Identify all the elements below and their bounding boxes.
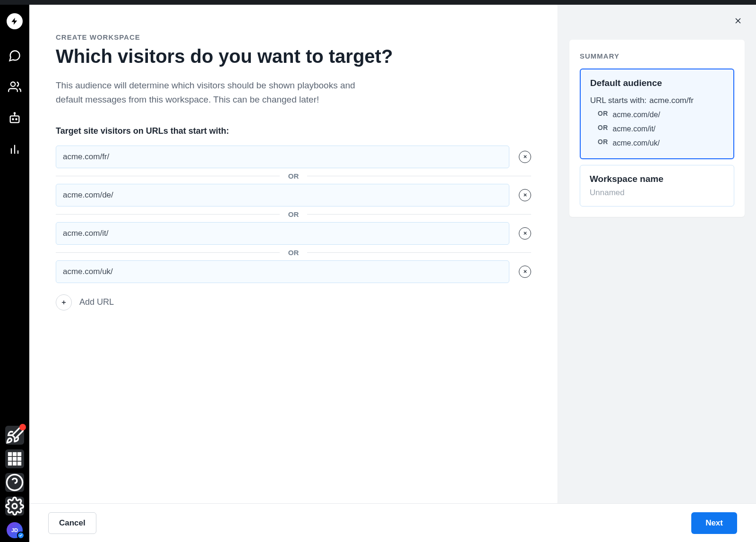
close-icon bbox=[523, 269, 528, 274]
svg-point-4 bbox=[14, 112, 15, 113]
summary-audience-box[interactable]: Default audience URL starts with: acme.c… bbox=[580, 69, 734, 159]
summary-audience-row: ORacme.com/uk/ bbox=[590, 136, 724, 150]
svg-point-0 bbox=[11, 82, 15, 86]
summary-workspace-value: Unnamed bbox=[590, 188, 724, 198]
url-row bbox=[56, 222, 531, 245]
notification-dot-icon bbox=[19, 424, 26, 430]
next-button[interactable]: Next bbox=[691, 512, 737, 534]
nav-reports[interactable] bbox=[8, 143, 21, 156]
close-icon bbox=[523, 231, 528, 236]
remove-url-button[interactable] bbox=[519, 227, 531, 240]
workarea: CREATE WORKSPACE Which visitors do you w… bbox=[29, 5, 756, 503]
bar-chart-icon bbox=[8, 143, 21, 156]
window-topbar bbox=[0, 0, 756, 5]
nav-playbooks[interactable] bbox=[8, 112, 21, 125]
svg-rect-13 bbox=[18, 457, 21, 461]
url-field-label: Target site visitors on URLs that start … bbox=[56, 126, 531, 136]
svg-rect-14 bbox=[9, 462, 12, 465]
summary-workspace-box[interactable]: Workspace name Unnamed bbox=[580, 165, 734, 206]
url-row bbox=[56, 184, 531, 206]
nav-help[interactable] bbox=[5, 473, 24, 492]
svg-point-19 bbox=[12, 504, 17, 508]
nav-conversations[interactable] bbox=[8, 49, 21, 62]
svg-rect-1 bbox=[10, 116, 19, 122]
svg-point-2 bbox=[12, 119, 13, 120]
svg-rect-8 bbox=[9, 453, 12, 456]
app-shell: JD CREATE WORKSPACE Which visitors do yo… bbox=[0, 5, 756, 542]
summary-audience-first: URL starts with: acme.com/fr bbox=[590, 93, 724, 108]
page-title: Which visitors do you want to target? bbox=[56, 46, 531, 67]
url-row bbox=[56, 146, 531, 168]
nav-apps[interactable] bbox=[5, 449, 24, 468]
content-area: CREATE WORKSPACE Which visitors do you w… bbox=[29, 5, 756, 542]
or-label: OR bbox=[288, 172, 299, 180]
remove-url-button[interactable] bbox=[519, 151, 531, 163]
summary-or-label: OR bbox=[598, 122, 608, 136]
svg-rect-11 bbox=[9, 457, 12, 461]
svg-rect-9 bbox=[13, 453, 17, 456]
url-input[interactable] bbox=[56, 222, 509, 245]
cancel-button[interactable]: Cancel bbox=[48, 512, 96, 534]
svg-point-3 bbox=[16, 119, 17, 120]
close-button[interactable] bbox=[731, 14, 745, 29]
nav-getting-started[interactable] bbox=[5, 426, 24, 445]
add-url-label: Add URL bbox=[79, 297, 114, 307]
gear-icon bbox=[5, 497, 24, 516]
footer: Cancel Next bbox=[29, 503, 756, 542]
or-separator: OR bbox=[56, 249, 531, 257]
svg-rect-10 bbox=[18, 453, 21, 456]
svg-rect-12 bbox=[13, 457, 17, 461]
close-icon bbox=[523, 154, 528, 159]
url-input[interactable] bbox=[56, 146, 509, 168]
add-url-button[interactable]: Add URL bbox=[56, 294, 531, 310]
status-check-icon bbox=[17, 532, 25, 539]
breadcrumb: CREATE WORKSPACE bbox=[56, 33, 531, 41]
right-panel: SUMMARY Default audience URL starts with… bbox=[558, 5, 756, 503]
left-nav: JD bbox=[0, 5, 29, 542]
or-label: OR bbox=[288, 249, 299, 257]
summary-audience-heading: Default audience bbox=[590, 78, 724, 88]
user-avatar[interactable]: JD bbox=[7, 522, 23, 538]
remove-url-button[interactable] bbox=[519, 189, 531, 201]
svg-rect-16 bbox=[18, 462, 21, 465]
main-panel: CREATE WORKSPACE Which visitors do you w… bbox=[29, 5, 558, 503]
summary-url-value: acme.com/it/ bbox=[613, 122, 656, 136]
nav-contacts[interactable] bbox=[8, 80, 21, 94]
nav-settings[interactable] bbox=[5, 497, 24, 516]
remove-url-button[interactable] bbox=[519, 266, 531, 278]
svg-rect-15 bbox=[13, 462, 17, 465]
summary-url-value: acme.com/de/ bbox=[613, 108, 660, 122]
summary-prefix-label: URL starts with: bbox=[590, 93, 646, 108]
or-label: OR bbox=[288, 210, 299, 218]
url-row bbox=[56, 260, 531, 283]
summary-first-value: acme.com/fr bbox=[649, 93, 694, 108]
url-list: OROROR bbox=[56, 146, 531, 283]
summary-url-value: acme.com/uk/ bbox=[613, 136, 660, 150]
bot-icon bbox=[8, 112, 21, 125]
summary-audience-row: ORacme.com/it/ bbox=[590, 122, 724, 136]
page-description: This audience will determine which visit… bbox=[56, 78, 377, 107]
grid-icon bbox=[5, 449, 24, 468]
avatar-initials: JD bbox=[11, 527, 18, 533]
brand-logo[interactable] bbox=[7, 13, 23, 29]
summary-workspace-label: Workspace name bbox=[590, 174, 724, 184]
or-separator: OR bbox=[56, 172, 531, 180]
summary-or-label: OR bbox=[598, 108, 608, 122]
summary-title: SUMMARY bbox=[580, 52, 734, 60]
help-icon bbox=[5, 473, 24, 492]
summary-card: SUMMARY Default audience URL starts with… bbox=[569, 40, 745, 217]
people-icon bbox=[8, 80, 21, 94]
bolt-icon bbox=[10, 17, 19, 26]
chat-icon bbox=[8, 49, 21, 62]
plus-icon bbox=[56, 294, 72, 310]
url-input[interactable] bbox=[56, 184, 509, 206]
url-input[interactable] bbox=[56, 260, 509, 283]
close-icon bbox=[523, 192, 528, 198]
summary-audience-row: ORacme.com/de/ bbox=[590, 108, 724, 122]
summary-or-label: OR bbox=[598, 136, 608, 150]
close-icon bbox=[733, 16, 743, 26]
or-separator: OR bbox=[56, 210, 531, 218]
